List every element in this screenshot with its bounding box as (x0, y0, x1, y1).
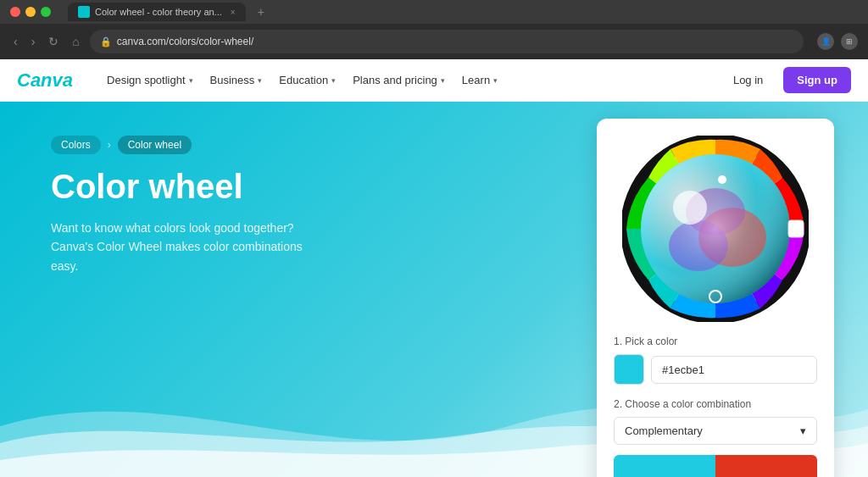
browser-toolbar: 👤 ⊞ (817, 33, 858, 50)
color-wheel-widget: 1. Pick a color 2. Choose a color combin… (597, 119, 834, 477)
hex-input[interactable] (651, 356, 817, 384)
palette-swatch-complement (715, 455, 817, 477)
svg-rect-10 (788, 220, 804, 237)
back-button[interactable]: ‹ (10, 31, 21, 52)
url-text: canva.com/colors/color-wheel/ (117, 36, 253, 47)
nav-business[interactable]: Business ▾ (203, 69, 270, 92)
breadcrumb-chevron: › (108, 139, 111, 151)
tab-close-icon[interactable]: × (231, 8, 236, 17)
nav-education[interactable]: Education ▾ (272, 69, 342, 92)
minimize-dot[interactable] (25, 7, 36, 17)
tab-favicon (78, 6, 90, 18)
color-picker-row (614, 354, 817, 385)
color-wheel-container[interactable] (622, 136, 809, 322)
signup-button[interactable]: Sign up (783, 67, 851, 93)
page: Canva Design spotlight ▾ Business ▾ Educ… (0, 59, 868, 477)
svg-point-9 (718, 175, 726, 184)
page-description: Want to know what colors look good toget… (51, 219, 322, 275)
extensions-icon[interactable]: ⊞ (841, 33, 858, 50)
profile-icon[interactable]: 👤 (817, 33, 834, 50)
maximize-dot[interactable] (41, 7, 51, 17)
color-swatch[interactable] (614, 354, 644, 385)
nav-menu: Design spotlight ▾ Business ▾ Education … (100, 69, 504, 92)
hero-left: Colors › Color wheel Color wheel Want to… (0, 102, 424, 477)
browser-nav: ‹ › ↻ ⌂ 🔒 canva.com/colors/color-wheel/ … (0, 24, 868, 59)
svg-point-6 (641, 154, 790, 303)
forward-button[interactable]: › (28, 31, 39, 52)
address-bar[interactable]: 🔒 canva.com/colors/color-wheel/ (90, 30, 804, 53)
dropdown-chevron: ▾ (800, 424, 806, 437)
window-controls (10, 7, 51, 17)
tab-title: Color wheel - color theory an... (95, 7, 222, 17)
nav-design-spotlight[interactable]: Design spotlight ▾ (100, 69, 200, 92)
chevron-icon: ▾ (189, 76, 193, 85)
login-button[interactable]: Log in (723, 69, 773, 92)
color-wheel-svg[interactable] (622, 136, 809, 322)
hero-section: Colors › Color wheel Color wheel Want to… (0, 102, 868, 477)
browser-tab[interactable]: Color wheel - color theory an... × (68, 3, 246, 21)
title-bar: Color wheel - color theory an... × + (0, 0, 868, 24)
close-dot[interactable] (10, 7, 20, 17)
pick-color-label: 1. Pick a color (614, 336, 817, 347)
palette-preview (614, 455, 817, 477)
canva-logo[interactable]: Canva (17, 69, 73, 92)
reload-button[interactable]: ↻ (45, 31, 62, 52)
chevron-icon: ▾ (331, 76, 336, 85)
browser-chrome: Color wheel - color theory an... × + ‹ ›… (0, 0, 868, 59)
site-nav: Canva Design spotlight ▾ Business ▾ Educ… (0, 59, 868, 102)
color-combination-label: 2. Choose a color combination (614, 398, 817, 410)
page-scroll[interactable]: Canva Design spotlight ▾ Business ▾ Educ… (0, 59, 868, 477)
palette-swatch-primary (614, 455, 715, 477)
nav-auth-buttons: Log in Sign up (723, 67, 851, 93)
breadcrumb-colors[interactable]: Colors (51, 136, 101, 154)
nav-plans-pricing[interactable]: Plans and pricing ▾ (346, 69, 452, 92)
chevron-icon: ▾ (493, 76, 498, 85)
chevron-icon: ▾ (441, 76, 445, 85)
nav-learn[interactable]: Learn ▾ (455, 69, 504, 92)
breadcrumb-current: Color wheel (118, 136, 192, 154)
home-button[interactable]: ⌂ (69, 31, 82, 52)
page-title: Color wheel (51, 168, 390, 205)
new-tab-icon[interactable]: + (258, 5, 264, 19)
lock-icon: 🔒 (100, 36, 112, 47)
dropdown-label: Complementary (625, 424, 703, 437)
chevron-icon: ▾ (258, 76, 262, 85)
breadcrumb: Colors › Color wheel (51, 136, 390, 154)
svg-point-7 (673, 191, 707, 225)
combination-dropdown[interactable]: Complementary ▾ (614, 417, 817, 445)
